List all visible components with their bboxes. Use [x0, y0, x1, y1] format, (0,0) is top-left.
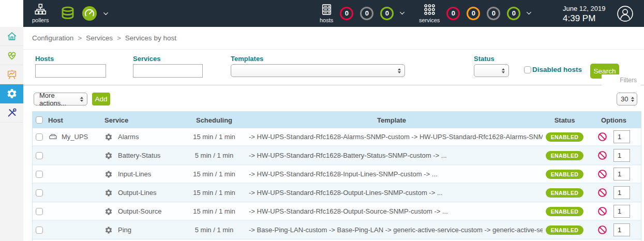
- disable-icon[interactable]: [597, 150, 607, 160]
- disable-icon[interactable]: [597, 169, 607, 179]
- disable-icon[interactable]: [597, 206, 607, 216]
- hosts-status-menu[interactable]: hosts: [320, 3, 333, 23]
- options-count-input[interactable]: [613, 186, 630, 199]
- options-count-input[interactable]: [613, 168, 630, 180]
- service-counter-ok[interactable]: 0: [507, 7, 520, 20]
- service-link[interactable]: Alarms: [118, 133, 139, 141]
- sidebar: [0, 27, 23, 241]
- service-link[interactable]: Battery-Status: [118, 152, 160, 159]
- select-stepper-icon: [502, 68, 505, 73]
- disabled-hosts-checkbox[interactable]: [524, 66, 531, 73]
- host-counter-up[interactable]: 0: [380, 7, 394, 20]
- breadcrumb: Configuration > Services > Services by h…: [32, 34, 176, 42]
- user-avatar-icon[interactable]: [617, 5, 634, 22]
- actions-toolbar: More actions... Add 30: [23, 86, 644, 111]
- column-header-scheduling[interactable]: Scheduling: [186, 116, 243, 124]
- row-checkbox[interactable]: [36, 171, 43, 178]
- service-counter-warning[interactable]: 0: [467, 7, 480, 20]
- disable-icon[interactable]: [597, 132, 607, 142]
- options-count-input[interactable]: [613, 130, 630, 143]
- host-counter-down[interactable]: 0: [340, 7, 353, 20]
- options-count-input[interactable]: [613, 205, 630, 218]
- host-link[interactable]: My_UPS: [62, 133, 88, 141]
- options-count-input[interactable]: [613, 223, 630, 236]
- services-table: Host Service Scheduling Template Status …: [32, 111, 641, 241]
- pollers-label: pollers: [32, 17, 49, 23]
- table-row: My_UPS Alarms 15 min / 1 min -> HW-UPS-S…: [33, 128, 641, 147]
- add-button[interactable]: Add: [92, 93, 110, 106]
- host-cell[interactable]: My_UPS: [46, 132, 100, 142]
- service-counter-critical[interactable]: 0: [446, 7, 460, 20]
- service-link[interactable]: Output-Source: [118, 207, 162, 215]
- row-checkbox[interactable]: [36, 133, 43, 141]
- breadcrumb-services[interactable]: Services: [86, 34, 113, 42]
- sidebar-item-administration[interactable]: [0, 103, 23, 123]
- select-stepper-icon: [80, 97, 83, 102]
- scheduling-cell: 5 min / 1 min: [186, 152, 243, 159]
- hosts-label: hosts: [320, 17, 333, 23]
- host-icon: [48, 132, 58, 142]
- template-cell: -> HW-UPS-Standard-Rfc1628-Output-Source…: [243, 207, 543, 215]
- sidebar-item-reporting[interactable]: [0, 65, 23, 84]
- service-gear-icon: [104, 170, 113, 178]
- select-all-checkbox[interactable]: [36, 116, 43, 124]
- select-stepper-icon: [398, 68, 401, 73]
- more-actions-select[interactable]: More actions...: [34, 93, 87, 106]
- database-sync-icon[interactable]: [60, 6, 76, 21]
- breadcrumb-services-by-host[interactable]: Services by host: [125, 34, 176, 42]
- centreon-logo[interactable]: [0, 0, 23, 27]
- scheduling-cell: 15 min / 1 min: [186, 170, 243, 178]
- column-header-host[interactable]: Host: [46, 116, 100, 124]
- page-size-value: 30: [621, 95, 628, 103]
- service-gear-icon: [104, 189, 113, 197]
- breadcrumb-separator: >: [117, 34, 121, 42]
- service-gear-icon: [104, 207, 113, 216]
- hosts-icon: [320, 3, 333, 16]
- pollers-menu[interactable]: pollers: [32, 3, 49, 23]
- scheduling-cell: 15 min / 1 min: [186, 133, 243, 141]
- centreon-app: pollers hosts 0 0 0 services 0: [0, 0, 644, 241]
- table-row: Battery-Status 5 min / 1 min -> HW-UPS-S…: [33, 147, 641, 165]
- column-header-service[interactable]: Service: [100, 116, 186, 124]
- service-counter-unknown[interactable]: 0: [487, 7, 500, 20]
- host-counter-unreachable[interactable]: 0: [360, 7, 373, 20]
- breadcrumb-configuration[interactable]: Configuration: [32, 34, 73, 42]
- column-header-options[interactable]: Options: [587, 116, 641, 124]
- service-gear-icon: [104, 226, 113, 234]
- chevron-down-icon[interactable]: [399, 10, 406, 17]
- row-checkbox[interactable]: [36, 189, 43, 197]
- disable-icon[interactable]: [597, 225, 607, 235]
- page-size-select[interactable]: 30: [617, 93, 637, 106]
- status-select[interactable]: [474, 64, 509, 77]
- templates-select[interactable]: [231, 64, 405, 77]
- row-checkbox[interactable]: [36, 152, 43, 159]
- chevron-down-icon[interactable]: [102, 10, 109, 17]
- service-link[interactable]: Input-Lines: [118, 170, 151, 178]
- status-filter-label: Status: [474, 55, 495, 63]
- status-badge: ENABLED: [546, 225, 584, 235]
- table-row: Ping 5 min / 1 min -> Base-Ping-LAN-cust…: [33, 221, 641, 240]
- chevron-down-icon[interactable]: [526, 10, 532, 17]
- disable-icon[interactable]: [597, 188, 607, 198]
- services-filter-label: Services: [133, 55, 161, 63]
- sidebar-item-monitoring[interactable]: [0, 46, 23, 65]
- services-status-menu[interactable]: services: [419, 3, 440, 23]
- status-badge: ENABLED: [546, 132, 584, 142]
- hosts-filter-input[interactable]: [35, 64, 106, 78]
- sidebar-item-home[interactable]: [0, 27, 23, 46]
- clock-date: June 12, 2019: [563, 5, 605, 13]
- home-icon: [6, 31, 18, 42]
- row-checkbox[interactable]: [36, 208, 43, 215]
- options-count-input[interactable]: [613, 149, 630, 162]
- service-link[interactable]: Ping: [118, 226, 131, 234]
- row-checkbox[interactable]: [36, 227, 43, 234]
- filters-tab[interactable]: Filters: [602, 74, 641, 87]
- column-header-status[interactable]: Status: [543, 116, 587, 124]
- engine-gauge-icon[interactable]: [82, 6, 97, 21]
- sidebar-item-configuration[interactable]: [0, 84, 23, 103]
- column-header-template[interactable]: Template: [243, 116, 543, 124]
- more-actions-value: More actions...: [39, 92, 80, 107]
- clock: June 12, 2019 4:39 PM: [563, 5, 605, 24]
- services-filter-input[interactable]: [133, 64, 203, 78]
- service-link[interactable]: Output-Lines: [118, 189, 156, 197]
